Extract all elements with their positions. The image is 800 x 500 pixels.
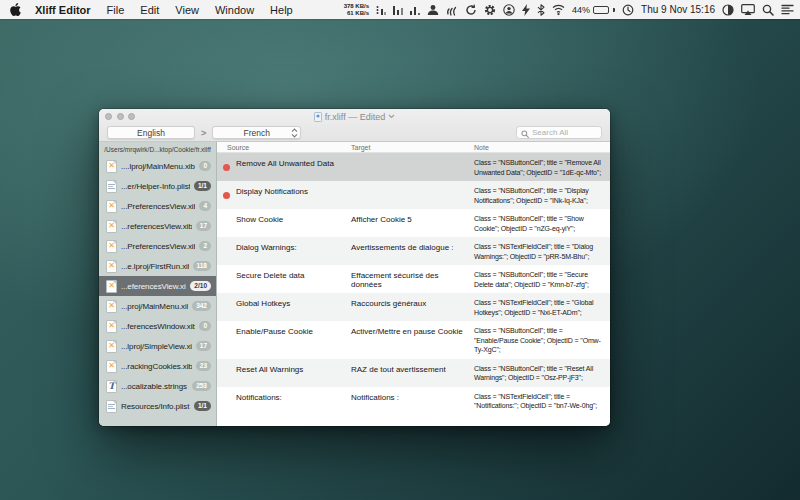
target-cell[interactable]: Afficher Cookie 5: [351, 209, 474, 237]
file-sidebar: /Users/mrqwirk/D...ktop/Cookie/fr.xliff …: [99, 142, 217, 426]
sidebar-file-item[interactable]: ✕ ...proj/MainMenu.xib 342: [99, 296, 216, 316]
title-chevron-down-icon[interactable]: [388, 114, 395, 119]
source-cell[interactable]: Dialog Warnings:: [236, 237, 351, 265]
sidebar-file-item[interactable]: Resources/Info.plist 1/1: [99, 396, 216, 416]
user-icon[interactable]: [427, 4, 439, 16]
source-cell[interactable]: Show Cookie: [236, 209, 351, 237]
column-header-note[interactable]: Note: [474, 144, 610, 151]
source-cell[interactable]: Notifications:: [236, 387, 351, 415]
file-badge: 118: [193, 261, 212, 271]
sidebar-file-item[interactable]: ...er/Helper-Info.plist 1/1: [99, 176, 216, 196]
xliff-editor-window: fr.xliff — Edited English > French /User…: [99, 109, 610, 426]
sidebar-file-item[interactable]: T ...ocalizable.strings 253: [99, 376, 216, 396]
source-cell[interactable]: Display Notifications: [236, 181, 351, 209]
menu-item-file[interactable]: File: [107, 4, 125, 16]
target-cell[interactable]: [351, 153, 474, 181]
apple-menu-icon[interactable]: [10, 3, 22, 16]
target-cell[interactable]: Activer/Mettre en pause Cookie: [351, 321, 474, 359]
file-name: ...proj/MainMenu.xib: [121, 302, 188, 311]
file-badge: 17: [196, 221, 211, 231]
sidebar-file-item[interactable]: ✕ ...eferencesView.xib 2/10: [99, 276, 216, 296]
menu-item-window[interactable]: Window: [215, 4, 254, 16]
source-cell[interactable]: Enable/Pause Cookie: [236, 321, 351, 359]
target-cell[interactable]: Effacement sécurisé des données: [351, 265, 474, 293]
night-mode-icon[interactable]: [722, 4, 734, 16]
network-speed-indicator[interactable]: 378 KB/s 61 KB/s: [344, 3, 369, 16]
user-circle-icon[interactable]: [503, 4, 515, 16]
sync-icon[interactable]: [465, 4, 477, 16]
table-row[interactable]: Reset All Warnings RAZ de tout avertisse…: [217, 359, 610, 387]
target-cell[interactable]: RAZ de tout avertissement: [351, 359, 474, 387]
wifi-icon[interactable]: [552, 4, 565, 15]
menu-item-view[interactable]: View: [175, 4, 199, 16]
battery-percent: 44%: [572, 5, 590, 15]
status-dot-cell: [217, 181, 236, 209]
file-icon: ✕: [106, 200, 117, 213]
bluetooth-icon[interactable]: [537, 4, 545, 16]
target-cell[interactable]: Notifications :: [351, 387, 474, 415]
table-row[interactable]: Notifications: Notifications : Class = "…: [217, 387, 610, 415]
source-cell[interactable]: Global Hotkeys: [236, 293, 351, 321]
app-menu-title[interactable]: Xliff Editor: [35, 4, 91, 16]
file-icon: ✕: [106, 300, 117, 313]
menu-item-help[interactable]: Help: [270, 4, 293, 16]
file-badge: 23: [196, 361, 211, 371]
stat-graph-icon[interactable]: [410, 4, 420, 16]
table-row[interactable]: Dialog Warnings: Avertissements de dialo…: [217, 237, 610, 265]
target-cell[interactable]: Raccourcis généraux: [351, 293, 474, 321]
sidebar-file-item[interactable]: ✕ ...rackingCookies.xib 23: [99, 356, 216, 376]
source-cell[interactable]: Secure Delete data: [236, 265, 351, 293]
stat-graph-icon[interactable]: [393, 4, 403, 16]
target-language-popup[interactable]: French: [212, 126, 301, 139]
document-proxy-icon[interactable]: [314, 112, 322, 122]
status-dot-cell: [217, 359, 236, 387]
table-row[interactable]: Secure Delete data Effacement sécurisé d…: [217, 265, 610, 293]
sidebar-file-item[interactable]: ✕ ...e.lproj/FirstRun.xib 118: [99, 256, 216, 276]
file-icon: ✕: [106, 360, 117, 373]
menu-item-edit[interactable]: Edit: [140, 4, 159, 16]
search-field[interactable]: [516, 126, 602, 139]
stat-graph-icon[interactable]: [376, 4, 386, 16]
toolbar: English > French: [99, 124, 610, 142]
target-cell[interactable]: [351, 181, 474, 209]
column-header-target[interactable]: Target: [351, 144, 474, 151]
source-cell[interactable]: Reset All Warnings: [236, 359, 351, 387]
airwaves-icon[interactable]: [446, 4, 458, 16]
window-title: fr.xliff — Edited: [325, 112, 385, 122]
file-icon: [106, 180, 117, 193]
sidebar-file-item[interactable]: ✕ ...lproj/SimpleView.xib 17: [99, 336, 216, 356]
spotlight-search-icon[interactable]: [762, 4, 774, 16]
table-header[interactable]: Source Target Note: [217, 142, 610, 153]
table-row[interactable]: Remove All Unwanted Data Class = "NSButt…: [217, 153, 610, 181]
table-row[interactable]: Enable/Pause Cookie Activer/Mettre en pa…: [217, 321, 610, 359]
table-row[interactable]: Global Hotkeys Raccourcis généraux Class…: [217, 293, 610, 321]
bolt-icon[interactable]: [522, 4, 530, 16]
source-language-button[interactable]: English: [107, 126, 195, 139]
sidebar-file-item[interactable]: ✕ ...PreferencesView.xib 4: [99, 196, 216, 216]
column-header-source[interactable]: Source: [217, 144, 351, 151]
time-machine-icon[interactable]: [622, 4, 634, 16]
file-badge: 2/10: [190, 281, 211, 291]
table-row[interactable]: Show Cookie Afficher Cookie 5 Class = "N…: [217, 209, 610, 237]
sidebar-file-item[interactable]: ✕ ...referencesView.xib 17: [99, 216, 216, 236]
note-cell: Class = "NSButtonCell"; title = "Show Co…: [474, 209, 610, 237]
note-cell: Class = "NSTextFieldCell"; title = "Glob…: [474, 293, 610, 321]
file-badge: 1/1: [194, 181, 211, 191]
note-cell: Class = "NSTextFieldCell"; title = "Noti…: [474, 387, 610, 415]
sidebar-file-item[interactable]: ✕ ...PreferencesView.xib 2: [99, 236, 216, 256]
search-input[interactable]: [532, 128, 597, 137]
table-row[interactable]: Display Notifications Class = "NSButtonC…: [217, 181, 610, 209]
file-icon: ✕: [106, 260, 117, 273]
target-cell[interactable]: Avertissements de dialogue :: [351, 237, 474, 265]
status-dot-cell: [217, 209, 236, 237]
source-cell[interactable]: Remove All Unwanted Data: [236, 153, 351, 181]
status-dot-cell: [217, 321, 236, 359]
sidebar-file-item[interactable]: ✕ ....lproj/MainMenu.xib 0: [99, 156, 216, 176]
menu-bar-clock[interactable]: Thu 9 Nov 15:16: [641, 4, 715, 15]
gear-icon[interactable]: [484, 4, 496, 16]
title-bar[interactable]: fr.xliff — Edited: [99, 109, 610, 124]
notification-center-icon[interactable]: [781, 4, 794, 15]
airplay-display-icon[interactable]: [741, 4, 755, 15]
sidebar-file-item[interactable]: ✕ ...ferencesWindow.xib 0: [99, 316, 216, 336]
battery-indicator[interactable]: 44%: [572, 5, 615, 15]
